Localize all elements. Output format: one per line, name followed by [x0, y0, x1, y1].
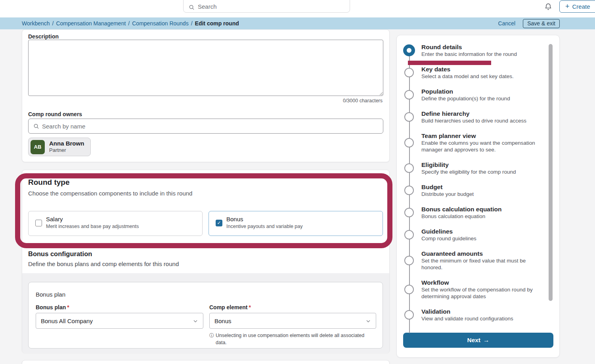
- step-description: View and validate round configurations: [421, 315, 545, 322]
- stepper-step[interactable]: Round details Enter the basic informatio…: [404, 43, 545, 57]
- stepper-list: Round details Enter the basic informatio…: [404, 43, 545, 330]
- breadcrumb-separator: /: [191, 20, 193, 27]
- breadcrumb-current: Edit comp round: [195, 20, 239, 27]
- bonus-plan-card: Bonus plan Bonus plan* Bonus All Company…: [28, 282, 383, 349]
- step-title: Validation: [421, 308, 545, 315]
- stepper-step[interactable]: Eligibility Specify the eligibility for …: [404, 161, 545, 175]
- checkbox-icon[interactable]: [35, 220, 42, 226]
- step-description: Enter the basic information for the roun…: [421, 51, 545, 57]
- step-circle-icon: [404, 90, 414, 100]
- notifications-bell-button[interactable]: [543, 1, 553, 12]
- step-circle-icon: [404, 208, 414, 217]
- stepper-step[interactable]: Bonus calculation equation Bonus calcula…: [404, 205, 545, 220]
- next-section-card: [22, 360, 390, 364]
- breadcrumb-bar: Workbench / Compensation Management / Co…: [0, 17, 595, 29]
- round-type-options: Salary Merit increases and base pay adju…: [28, 211, 383, 236]
- plus-icon: +: [565, 3, 570, 10]
- comp-round-owners-label: Comp round owners: [28, 111, 82, 117]
- option-description: Incentive payouts and variable pay: [226, 224, 383, 229]
- breadcrumb-actions: Cancel Save & exit: [498, 17, 560, 29]
- step-description: Bonus calculation equation: [421, 213, 545, 220]
- step-description: Select a data model and set key dates.: [421, 73, 545, 80]
- option-description: Merit increases and base pay adjustments: [46, 224, 202, 229]
- save-and-exit-button[interactable]: Save & exit: [523, 19, 560, 28]
- step-circle-icon: [404, 310, 414, 320]
- stepper-step[interactable]: Workflow Set the workflow of the compens…: [404, 279, 545, 300]
- top-bar: + Create: [0, 0, 595, 17]
- comp-element-select[interactable]: Bonus: [209, 313, 376, 329]
- comp-element-note-text: Unselecting in use compensation elements…: [216, 332, 369, 346]
- step-title: Workflow: [421, 279, 545, 286]
- breadcrumb-link-compensation-management[interactable]: Compensation Management: [56, 20, 126, 27]
- owner-name: Anna Brown: [49, 140, 84, 147]
- step-title: Budget: [421, 183, 545, 191]
- next-button-label: Next: [467, 337, 480, 344]
- sidebar-scrollbar-thumb[interactable]: [549, 44, 553, 301]
- bonus-plan-select[interactable]: Bonus All Company: [36, 313, 203, 329]
- breadcrumb-link-compensation-rounds[interactable]: Compensation Rounds: [132, 20, 188, 27]
- comp-element-field: Comp element* Bonus ⓘ Unselecting in use…: [209, 304, 376, 346]
- step-circle-icon: [404, 256, 414, 265]
- step-description: Define the population(s) for the round: [421, 95, 545, 102]
- bonus-plan-label: Bonus plan*: [36, 304, 203, 310]
- step-circle-icon: [404, 68, 414, 77]
- create-button[interactable]: + Create: [559, 0, 595, 13]
- arrow-right-icon: →: [483, 337, 490, 344]
- app-viewport: + Create Workbench / Compensation Manage…: [0, 0, 595, 364]
- bonus-plan-card-title: Bonus plan: [36, 291, 65, 298]
- comp-element-label: Comp element*: [209, 304, 376, 310]
- next-button[interactable]: Next →: [403, 333, 553, 348]
- option-title: Bonus: [226, 216, 383, 222]
- option-title: Salary: [46, 216, 202, 222]
- bonus-plan-select-value: Bonus All Company: [41, 318, 93, 324]
- owners-search: [28, 119, 383, 134]
- step-title: Population: [421, 88, 545, 95]
- required-asterisk: *: [249, 304, 251, 310]
- step-title: Define hierarchy: [421, 110, 545, 117]
- step-title: Bonus calculation equation: [421, 205, 545, 213]
- step-circle-icon: [404, 138, 414, 148]
- step-title: Round details: [421, 43, 545, 51]
- step-description: Set the minimum or fixed value that must…: [421, 257, 545, 271]
- step-description: Enable the columns you want the compensa…: [421, 140, 545, 153]
- owner-role: Partner: [49, 147, 84, 153]
- checkbox-icon[interactable]: ✓: [216, 220, 222, 226]
- comp-element-note: ⓘ Unselecting in use compensation elemen…: [209, 332, 369, 346]
- step-circle-icon: [403, 44, 415, 56]
- stepper-step[interactable]: Team planner view Enable the columns you…: [404, 132, 545, 153]
- stepper-step[interactable]: Budget Distribute your budget: [404, 183, 545, 197]
- stepper-step[interactable]: Guaranteed amounts Set the minimum or fi…: [404, 250, 545, 271]
- stepper-step[interactable]: Validation View and validate round confi…: [404, 308, 545, 322]
- bonus-plan-field: Bonus plan* Bonus All Company: [36, 304, 203, 329]
- round-type-subtitle: Choose the compensation components to in…: [28, 190, 192, 197]
- breadcrumb-separator: /: [52, 20, 54, 27]
- stepper-step[interactable]: Key dates Select a data model and set ke…: [404, 65, 545, 80]
- step-title: Guaranteed amounts: [421, 250, 545, 257]
- round-type-option[interactable]: Salary Merit increases and base pay adju…: [28, 211, 203, 236]
- step-circle-icon: [404, 163, 414, 173]
- stepper-step[interactable]: Guidelines Comp round guidelines: [404, 228, 545, 242]
- chevron-down-icon: [365, 318, 371, 324]
- global-search: [183, 0, 350, 13]
- step-title: Team planner view: [421, 132, 545, 140]
- breadcrumb-separator: /: [128, 20, 130, 27]
- step-circle-icon: [404, 112, 414, 122]
- stepper-step[interactable]: Define hierarchy Build hierarchies used …: [404, 110, 545, 124]
- step-title: Eligibility: [421, 161, 545, 169]
- owners-search-input[interactable]: [29, 119, 383, 133]
- owner-chip[interactable]: AB Anna Brown Partner: [28, 138, 91, 156]
- search-input[interactable]: [184, 0, 350, 12]
- step-description: Specify the eligibility for the comp rou…: [421, 169, 545, 175]
- round-details-card: Description 0/3000 characters Comp round…: [22, 29, 390, 162]
- character-counter: 0/3000 characters: [343, 98, 383, 103]
- breadcrumb-link-workbench[interactable]: Workbench: [22, 20, 50, 27]
- step-description: Comp round guidelines: [421, 235, 545, 242]
- description-label: Description: [28, 33, 59, 40]
- stepper-step[interactable]: Population Define the population(s) for …: [404, 88, 545, 102]
- cancel-button[interactable]: Cancel: [498, 20, 516, 27]
- comp-element-select-value: Bonus: [214, 318, 231, 324]
- round-type-option[interactable]: ✓ Bonus Incentive payouts and variable p…: [209, 211, 383, 236]
- option-text: Salary Merit increases and base pay adju…: [46, 211, 202, 229]
- owner-info: Anna Brown Partner: [49, 140, 84, 153]
- description-textarea[interactable]: [28, 40, 383, 96]
